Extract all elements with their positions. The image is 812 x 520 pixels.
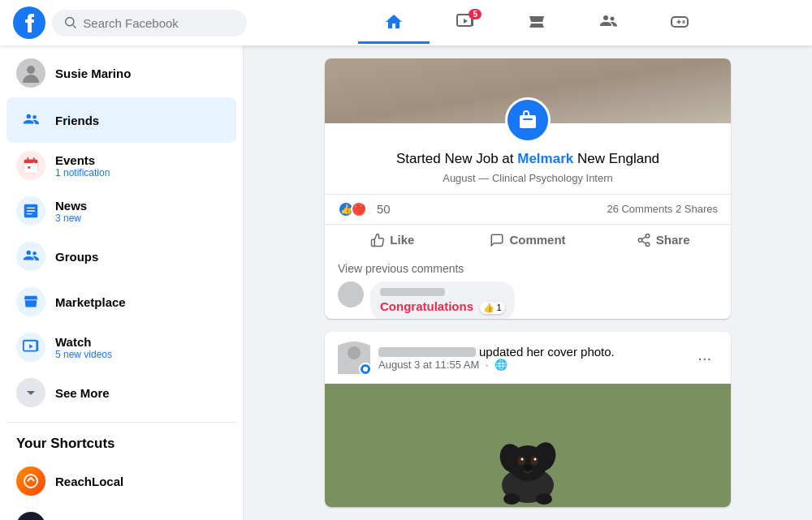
post2-cover-photo bbox=[325, 384, 731, 507]
sidebar-item-watch[interactable]: Watch 5 new videos bbox=[6, 324, 236, 370]
comment-button[interactable]: Comment bbox=[464, 228, 593, 252]
post-reactions: 👍 ❤️ 50 bbox=[338, 201, 391, 217]
nav-marketplace[interactable] bbox=[501, 2, 572, 44]
svg-rect-9 bbox=[24, 160, 38, 164]
post-title-1: Started New Job at Melmark New England bbox=[338, 149, 718, 169]
sidebar-item-friends[interactable]: Friends bbox=[6, 97, 236, 143]
commenter-name bbox=[380, 288, 445, 296]
events-icon bbox=[22, 157, 40, 174]
chevron-down-icon bbox=[24, 386, 37, 399]
sidebar-item-see-more[interactable]: See More bbox=[6, 370, 236, 415]
svg-line-24 bbox=[641, 241, 646, 243]
marketplace-sidebar-icon-container bbox=[16, 287, 45, 316]
comment-bubble: Congratulations 👍 1 bbox=[370, 281, 515, 320]
sidebar-label-friends: Friends bbox=[55, 114, 99, 127]
post2-more-button[interactable]: ··· bbox=[691, 346, 718, 371]
sidebar-user[interactable]: Susie Marino bbox=[6, 52, 236, 94]
nav-groups[interactable] bbox=[572, 2, 644, 44]
marketplace-sidebar-icon bbox=[22, 293, 40, 311]
view-prev-comments[interactable]: View previous comments bbox=[338, 262, 718, 275]
header: 5 bbox=[0, 0, 812, 45]
facebook-logo-icon bbox=[13, 6, 45, 39]
shortcuts-title: Your Shortcuts bbox=[6, 429, 236, 458]
watch-badge: 5 bbox=[469, 9, 482, 19]
svg-point-36 bbox=[517, 457, 525, 466]
watch-sidebar-icon-container bbox=[16, 333, 45, 362]
gaming-icon bbox=[670, 12, 689, 32]
svg-rect-19 bbox=[520, 115, 536, 128]
post2-author-avatar bbox=[338, 342, 370, 374]
post-stats-1: 👍 ❤️ 50 26 Comments 2 Shares bbox=[325, 194, 731, 224]
news-icon bbox=[22, 202, 40, 220]
svg-point-3 bbox=[611, 16, 615, 20]
comment-content: Congratulations 👍 1 Like · Reply · 18h bbox=[370, 281, 515, 320]
shortcut-localiq[interactable]: LiQ LOCALiQ bbox=[6, 504, 236, 520]
svg-point-5 bbox=[27, 66, 35, 74]
localiq-icon: LiQ bbox=[16, 512, 45, 520]
post-subtitle-1: August — Clinical Psychology Intern bbox=[338, 172, 718, 184]
sidebar-label-marketplace: Marketplace bbox=[55, 295, 126, 309]
groups-sidebar-icon-container bbox=[16, 242, 45, 271]
svg-point-22 bbox=[638, 239, 642, 243]
svg-point-7 bbox=[32, 115, 37, 119]
commenter-avatar bbox=[338, 281, 364, 307]
see-more-icon-container bbox=[16, 378, 45, 407]
sidebar-item-groups[interactable]: Groups bbox=[6, 234, 236, 279]
svg-point-38 bbox=[521, 458, 524, 461]
sidebar: Susie Marino Friends bbox=[0, 45, 244, 520]
sidebar-label-groups: Groups bbox=[55, 250, 98, 264]
nav-watch[interactable]: 5 bbox=[430, 2, 501, 44]
photo-icon bbox=[362, 366, 369, 372]
sidebar-label-news: News 3 new bbox=[55, 199, 87, 224]
svg-point-15 bbox=[32, 251, 37, 256]
sidebar-label-events: Events 1 notification bbox=[55, 153, 110, 178]
sidebar-item-marketplace[interactable]: Marketplace bbox=[6, 279, 236, 324]
shortcut-reachlocal[interactable]: ReachLocal bbox=[6, 458, 236, 504]
svg-point-41 bbox=[503, 493, 520, 505]
header-left bbox=[13, 6, 275, 39]
post2-timestamp: August 3 at 11:55 AM · 🌐 bbox=[378, 359, 683, 371]
post2-action: updated her cover photo. bbox=[479, 345, 615, 359]
post2-name: updated her cover photo. bbox=[378, 345, 683, 359]
nav-home[interactable] bbox=[358, 2, 430, 44]
post-header-image bbox=[325, 58, 731, 123]
main-layout: Susie Marino Friends bbox=[0, 45, 812, 520]
like-button[interactable]: Like bbox=[328, 228, 457, 252]
nav-gaming[interactable] bbox=[644, 2, 715, 44]
svg-point-37 bbox=[530, 457, 538, 466]
friends-icon bbox=[22, 111, 40, 129]
comment-like-badge: 👍 1 bbox=[480, 302, 504, 314]
shortcut-reachlocal-label: ReachLocal bbox=[55, 475, 123, 488]
search-bar[interactable] bbox=[52, 10, 247, 37]
like-icon bbox=[370, 233, 385, 247]
svg-point-39 bbox=[534, 458, 537, 461]
comment-text: Congratulations bbox=[380, 299, 473, 313]
svg-rect-20 bbox=[523, 118, 533, 120]
svg-point-29 bbox=[348, 346, 361, 359]
work-icon bbox=[515, 107, 541, 133]
sidebar-item-events[interactable]: Events 1 notification bbox=[6, 143, 236, 188]
sidebar-item-news[interactable]: News 3 new bbox=[6, 188, 236, 234]
svg-point-40 bbox=[524, 465, 532, 471]
svg-rect-12 bbox=[28, 166, 30, 169]
groups-sidebar-icon bbox=[22, 247, 40, 265]
user-avatar bbox=[16, 58, 45, 88]
sidebar-user-name: Susie Marino bbox=[55, 67, 131, 80]
svg-point-17 bbox=[24, 475, 37, 488]
post-actions-1: Like Comment Share bbox=[325, 224, 731, 256]
watch-sidebar-icon bbox=[22, 338, 40, 356]
feed: Started New Job at Melmark New England A… bbox=[244, 45, 812, 520]
svg-rect-11 bbox=[24, 163, 38, 173]
search-icon bbox=[65, 16, 76, 29]
svg-point-14 bbox=[27, 251, 32, 256]
post-card-1: Started New Job at Melmark New England A… bbox=[325, 58, 731, 319]
heart-reaction-icon: ❤️ bbox=[351, 201, 367, 217]
post2-name-placeholder bbox=[378, 347, 476, 357]
svg-point-2 bbox=[603, 15, 608, 20]
reachlocal-icon bbox=[16, 466, 45, 496]
post2-header: updated her cover photo. August 3 at 11:… bbox=[325, 332, 731, 384]
comments-section: View previous comments Congratulations 👍… bbox=[325, 256, 731, 320]
comment-row: Congratulations 👍 1 Like · Reply · 18h bbox=[338, 281, 718, 320]
share-button[interactable]: Share bbox=[598, 228, 728, 252]
search-input[interactable] bbox=[83, 16, 234, 30]
